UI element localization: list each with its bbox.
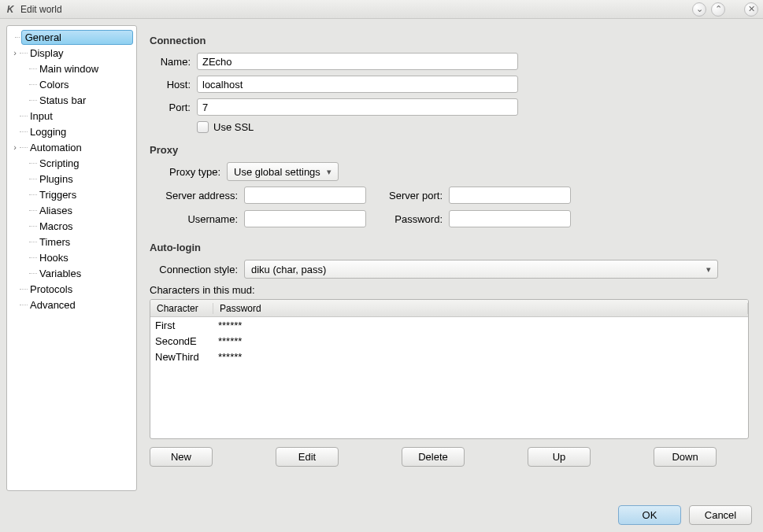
proxy-type-label: Proxy type: [150, 166, 227, 178]
style-value: diku (char, pass) [251, 264, 326, 275]
table-header: Character Password [150, 300, 748, 317]
port-input[interactable] [197, 98, 518, 116]
tree-item-protocols[interactable]: Protocols [9, 281, 135, 297]
section-proxy-title: Proxy [150, 144, 749, 156]
proxy-password-label: Password: [370, 213, 449, 225]
tree-item-timers[interactable]: Timers [9, 234, 135, 249]
tree-item-label: Scripting [39, 157, 80, 169]
down-button[interactable]: Down [654, 447, 717, 467]
chevron-right-icon[interactable]: › [10, 142, 20, 152]
usessl-checkbox[interactable] [197, 121, 209, 133]
section-autologin-title: Auto-login [150, 242, 749, 253]
app-icon: K [5, 4, 16, 15]
col-password[interactable]: Password [213, 303, 748, 314]
proxy-password-input[interactable] [449, 210, 571, 227]
tree-item-colors[interactable]: Colors [9, 76, 135, 92]
main-panel: Connection Name: Host: Port: Use SSL Pro… [145, 25, 757, 491]
close-icon[interactable]: ✕ [744, 2, 758, 17]
tree-item-label: Logging [29, 126, 66, 138]
tree-item-macros[interactable]: Macros [9, 218, 135, 234]
table-row[interactable]: NewThird****** [150, 349, 748, 364]
tree-item-label: Protocols [29, 283, 72, 295]
table-row[interactable]: First****** [150, 317, 748, 333]
tree-item-plugins[interactable]: Plugins [9, 171, 135, 187]
tree-item-label: Aliases [39, 205, 72, 216]
maximize-icon[interactable]: ⌃ [711, 2, 725, 17]
proxy-username-label: Username: [150, 213, 244, 225]
usessl-label: Use SSL [213, 121, 254, 133]
chevron-right-icon[interactable]: › [10, 48, 20, 57]
window-title: Edit world [20, 4, 62, 15]
edit-button[interactable]: Edit [276, 447, 339, 467]
tree-item-label: Macros [39, 220, 73, 232]
tree-item-label: Plugins [39, 173, 73, 185]
proxy-type-value: Use global settings [234, 166, 320, 178]
proxy-port-input[interactable] [449, 187, 571, 204]
cell-password: ****** [213, 351, 748, 363]
tree-item-label: Triggers [39, 189, 76, 201]
style-select[interactable]: diku (char, pass) [244, 260, 718, 279]
tree-item-label: Hooks [39, 252, 69, 264]
tree-item-label: Automation [29, 142, 82, 153]
tree-item-triggers[interactable]: Triggers [9, 187, 135, 202]
cell-character: NewThird [150, 351, 213, 363]
new-button[interactable]: New [150, 447, 213, 467]
name-label: Name: [150, 56, 197, 68]
chars-label: Characters in this mud: [150, 284, 749, 296]
host-label: Host: [150, 79, 197, 91]
tree-item-status-bar[interactable]: Status bar [9, 92, 135, 108]
col-character[interactable]: Character [150, 303, 213, 314]
content-area: General›DisplayMain windowColorsStatus b… [0, 19, 763, 497]
ok-button[interactable]: OK [618, 505, 681, 525]
port-label: Port: [150, 102, 197, 113]
proxy-port-label: Server port: [370, 190, 449, 201]
table-row[interactable]: SecondE****** [150, 333, 748, 349]
cell-password: ****** [213, 335, 748, 347]
tree-item-label: Main window [39, 63, 98, 75]
section-connection-title: Connection [150, 35, 749, 46]
tree-item-general[interactable]: General [9, 29, 135, 45]
cell-password: ****** [213, 320, 748, 331]
name-input[interactable] [197, 53, 518, 70]
minimize-icon[interactable]: ⌄ [692, 2, 706, 17]
titlebar: K Edit world ⌄ ⌃ ✕ [0, 0, 763, 19]
cell-character: First [150, 320, 213, 331]
tree-item-variables[interactable]: Variables [9, 265, 135, 281]
proxy-address-input[interactable] [244, 187, 366, 204]
tree-item-input[interactable]: Input [9, 108, 135, 124]
tree-item-scripting[interactable]: Scripting [9, 155, 135, 171]
tree-item-label: Variables [39, 268, 81, 279]
tree-item-label: Advanced [29, 299, 76, 311]
tree-item-label: Timers [39, 236, 70, 248]
tree-item-automation[interactable]: ›Automation [9, 139, 135, 155]
characters-table[interactable]: Character Password First******SecondE***… [150, 299, 749, 439]
tree-item-display[interactable]: ›Display [9, 45, 135, 61]
tree-item-label: Status bar [39, 94, 86, 106]
tree-item-advanced[interactable]: Advanced [9, 297, 135, 312]
style-label: Connection style: [150, 264, 244, 275]
dialog-footer: OK Cancel [0, 497, 763, 532]
host-input[interactable] [197, 76, 518, 93]
proxy-type-select[interactable]: Use global settings [227, 162, 339, 181]
category-tree[interactable]: General›DisplayMain windowColorsStatus b… [6, 25, 137, 491]
tree-item-main-window[interactable]: Main window [9, 61, 135, 76]
tree-item-logging[interactable]: Logging [9, 124, 135, 139]
tree-item-label: Colors [39, 79, 69, 91]
up-button[interactable]: Up [528, 447, 591, 467]
proxy-address-label: Server address: [150, 190, 244, 201]
cancel-button[interactable]: Cancel [689, 505, 752, 525]
tree-item-hooks[interactable]: Hooks [9, 249, 135, 265]
cell-character: SecondE [150, 335, 213, 347]
proxy-username-input[interactable] [244, 210, 366, 227]
delete-button[interactable]: Delete [402, 447, 465, 467]
tree-item-label: Display [29, 47, 64, 59]
tree-item-label: General [21, 30, 133, 45]
tree-item-aliases[interactable]: Aliases [9, 202, 135, 218]
tree-item-label: Input [29, 110, 53, 122]
